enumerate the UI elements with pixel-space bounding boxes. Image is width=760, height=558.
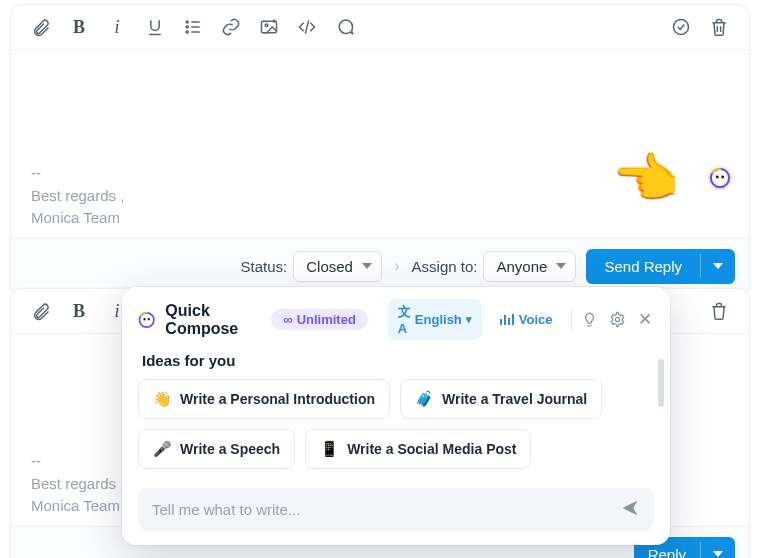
quick-compose-input[interactable]	[152, 501, 610, 518]
language-icon: 文A	[398, 303, 411, 336]
quick-compose-input-row	[122, 476, 670, 545]
approve-icon[interactable]	[667, 13, 695, 41]
quick-compose-panel: Quick Compose ∞ Unlimited 文A English ▾ V…	[122, 287, 670, 545]
quick-compose-header: Quick Compose ∞ Unlimited 文A English ▾ V…	[122, 287, 670, 346]
list-button[interactable]	[179, 13, 207, 41]
infinity-icon: ∞	[283, 312, 292, 327]
assign-select[interactable]: Anyone	[483, 251, 576, 282]
svg-point-12	[615, 317, 619, 321]
trash-icon[interactable]	[705, 297, 733, 325]
monica-launcher-icon[interactable]	[709, 167, 731, 189]
attach-icon[interactable]	[27, 13, 55, 41]
quick-compose-title: Quick Compose	[165, 302, 261, 338]
divider	[571, 310, 572, 330]
language-value: English	[415, 312, 462, 327]
svg-point-7	[716, 176, 719, 179]
chevron-separator-icon: ›	[392, 257, 401, 275]
image-button[interactable]	[255, 13, 283, 41]
signature-line2: Monica Team	[31, 207, 729, 230]
luggage-icon: 🧳	[415, 390, 434, 408]
idea-social-post[interactable]: 📱 Write a Social Media Post	[305, 429, 531, 469]
reply-editor-top: B i -- Best regards , Monica Te	[10, 4, 750, 297]
ideas-heading: Ideas for you	[122, 346, 670, 379]
svg-point-2	[186, 31, 188, 33]
idea-personal-intro[interactable]: 👋 Write a Personal Introduction	[138, 379, 390, 419]
voice-button[interactable]: Voice	[492, 308, 561, 331]
settings-icon[interactable]	[609, 309, 626, 331]
voice-wave-icon	[500, 314, 514, 325]
send-reply-dropdown[interactable]	[700, 254, 735, 278]
send-reply-button-group: Send Reply	[586, 249, 735, 284]
svg-point-0	[186, 21, 188, 23]
wave-icon: 👋	[153, 390, 172, 408]
unlimited-badge: ∞ Unlimited	[271, 309, 368, 330]
attach-icon[interactable]	[27, 297, 55, 325]
assign-label: Assign to:	[412, 258, 478, 275]
svg-point-10	[143, 318, 145, 320]
comment-button[interactable]	[331, 13, 359, 41]
status-label: Status:	[241, 258, 288, 275]
reply-dropdown[interactable]	[700, 542, 735, 558]
code-button[interactable]	[293, 13, 321, 41]
idea-speech[interactable]: 🎤 Write a Speech	[138, 429, 295, 469]
language-selector[interactable]: 文A English ▾	[388, 299, 482, 340]
status-select[interactable]: Closed	[293, 251, 382, 282]
microphone-icon: 🎤	[153, 440, 172, 458]
send-reply-button[interactable]: Send Reply	[586, 249, 700, 284]
svg-point-11	[148, 318, 150, 320]
svg-point-4	[265, 24, 268, 27]
scrollbar-thumb[interactable]	[658, 359, 664, 407]
ideas-list: 👋 Write a Personal Introduction 🧳 Write …	[122, 379, 670, 476]
editor-toolbar: B i	[11, 5, 749, 50]
chevron-down-icon: ▾	[466, 313, 472, 326]
signature-line1: Best regards ,	[31, 185, 729, 208]
trash-icon[interactable]	[705, 13, 733, 41]
monica-logo-icon	[138, 309, 155, 331]
svg-point-8	[721, 176, 724, 179]
svg-point-1	[186, 26, 188, 28]
bold-button[interactable]: B	[65, 13, 93, 41]
phone-icon: 📱	[320, 440, 339, 458]
underline-button[interactable]	[141, 13, 169, 41]
hint-icon[interactable]	[581, 309, 598, 331]
italic-button[interactable]: i	[103, 13, 131, 41]
bold-button[interactable]: B	[65, 297, 93, 325]
idea-travel-journal[interactable]: 🧳 Write a Travel Journal	[400, 379, 602, 419]
link-button[interactable]	[217, 13, 245, 41]
svg-point-5	[674, 20, 689, 35]
close-icon[interactable]: ✕	[636, 309, 654, 330]
editor-body[interactable]: -- Best regards , Monica Team 👉	[11, 50, 749, 238]
signature-dashes: --	[31, 162, 729, 185]
send-icon[interactable]	[620, 498, 640, 521]
